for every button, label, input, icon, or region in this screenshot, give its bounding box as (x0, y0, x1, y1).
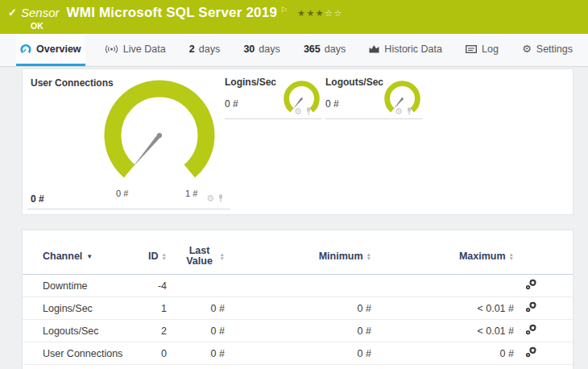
gauge-title: Logins/Sec (225, 77, 276, 88)
sensor-title: WMI Microsoft SQL Server 2019 (67, 5, 278, 21)
sensor-status-text: OK (31, 21, 43, 31)
channel-last-value: 0 # (167, 348, 225, 359)
column-header-maximum-label: Maximum (459, 251, 506, 262)
historic-chart-icon (369, 44, 379, 53)
gauge-current-value: 0 # (325, 98, 339, 110)
tab-365-days-number: 365 (304, 44, 321, 55)
tab-overview-label: Overview (36, 44, 81, 55)
tab-2-days[interactable]: 2 days (185, 34, 224, 66)
priority-stars-filled[interactable]: ★★★ (297, 8, 325, 18)
table-row: Logouts/Sec 2 0 # 0 # < 0.01 # (23, 320, 573, 342)
column-header-id[interactable]: ID ▲▼ (139, 251, 167, 262)
priority-stars-empty[interactable]: ☆☆ (325, 8, 343, 18)
flag-icon[interactable]: ⚐ (280, 6, 288, 15)
channel-settings-icon[interactable] (525, 279, 537, 292)
column-header-minimum-label: Minimum (319, 251, 363, 262)
overview-content: User Connections 0 # 1 # 0 # ⚙ Logins/Se… (22, 68, 574, 369)
channel-settings-icon[interactable] (525, 301, 537, 315)
tab-30-days[interactable]: 30 days (239, 34, 284, 66)
column-header-last-value[interactable]: Last Value ▲▼ (167, 246, 225, 267)
gauge-current-value: 0 # (31, 193, 44, 205)
tab-bar: Overview Live Data 2 days 30 days 365 da… (0, 34, 588, 67)
channel-settings-icon[interactable] (525, 324, 537, 338)
channel-minimum: 0 # (225, 348, 371, 359)
gauges-panel: User Connections 0 # 1 # 0 # ⚙ Logins/Se… (22, 68, 574, 215)
object-kind-label: Sensor (21, 6, 60, 19)
tab-2-days-number: 2 (189, 44, 195, 55)
table-header-row: Channel ▼ ID ▲▼ Last Value ▲▼ Minimum ▲▼… (23, 230, 573, 275)
channel-settings-icon[interactable] (525, 346, 537, 360)
channel-maximum: 0 # (371, 348, 514, 359)
gauge-title: Logouts/Sec (325, 77, 383, 88)
ok-check-icon: ✓ (8, 6, 17, 19)
settings-gear-icon: ⚙ (522, 43, 532, 55)
gauge-scale-max: 1 # (185, 189, 197, 198)
column-header-minimum[interactable]: Minimum ▲▼ (225, 251, 371, 262)
tab-2-days-unit: days (199, 44, 220, 55)
sort-icon: ▲▼ (509, 252, 514, 260)
channel-last-value: 0 # (167, 325, 225, 337)
tab-log[interactable]: Log (462, 34, 503, 66)
gauge-user-connections: User Connections 0 # 1 # 0 # ⚙ (27, 73, 230, 209)
log-list-icon (466, 45, 477, 53)
gauge-logins-sec: Logins/Sec 0 # ⚙ (225, 73, 321, 119)
gauge-scale-min: 0 # (116, 189, 128, 198)
tab-live-data[interactable]: Live Data (101, 34, 170, 66)
live-signal-icon (105, 44, 118, 54)
tab-log-label: Log (482, 44, 499, 55)
channel-name[interactable]: Logins/Sec (43, 303, 139, 314)
tab-30-days-number: 30 (243, 44, 255, 55)
channel-id: -4 (139, 280, 167, 292)
channel-id: 1 (139, 303, 167, 314)
tab-30-days-unit: days (259, 44, 280, 55)
channel-name[interactable]: Logouts/Sec (43, 325, 139, 337)
tab-365-days[interactable]: 365 days (300, 34, 350, 66)
tab-settings[interactable]: ⚙ Settings (518, 34, 577, 66)
channel-maximum: < 0.01 # (371, 325, 514, 337)
channel-id: 2 (139, 325, 167, 337)
tab-overview[interactable]: Overview (16, 34, 85, 66)
sensor-status-bar: ✓ Sensor WMI Microsoft SQL Server 2019 ⚐… (0, 0, 588, 34)
gauge-icon (20, 44, 31, 55)
channel-name[interactable]: Downtime (43, 280, 139, 292)
sort-desc-icon: ▼ (86, 253, 93, 260)
gauge-settings-icon[interactable]: ⚙ (206, 194, 214, 202)
channel-minimum: 0 # (225, 325, 371, 337)
table-row: User Connections 0 0 # 0 # 0 # (23, 342, 573, 365)
tab-historic-data[interactable]: Historic Data (365, 34, 446, 66)
priority-stars[interactable]: ★★★☆☆ (297, 8, 343, 19)
column-header-channel[interactable]: Channel ▼ (43, 251, 139, 262)
pin-icon[interactable] (305, 107, 312, 115)
column-header-maximum[interactable]: Maximum ▲▼ (371, 251, 514, 262)
channel-name[interactable]: User Connections (43, 348, 139, 359)
tab-live-data-label: Live Data (123, 44, 166, 55)
table-row: Logins/Sec 1 0 # 0 # < 0.01 # (23, 297, 573, 320)
channel-id: 0 (139, 348, 167, 359)
gauge-logouts-sec: Logouts/Sec 0 # ⚙ (325, 73, 422, 119)
pin-icon[interactable] (406, 107, 412, 115)
channels-table: Channel ▼ ID ▲▼ Last Value ▲▼ Minimum ▲▼… (22, 230, 574, 369)
gauge-dial (101, 77, 217, 184)
pin-icon[interactable] (217, 194, 224, 202)
column-header-id-label: ID (148, 251, 159, 262)
column-header-channel-label: Channel (43, 251, 82, 262)
channel-maximum: < 0.01 # (371, 303, 514, 314)
gauge-settings-icon[interactable]: ⚙ (294, 107, 302, 115)
channel-minimum: 0 # (225, 303, 371, 314)
gauge-settings-icon[interactable]: ⚙ (395, 107, 403, 115)
tab-365-days-unit: days (325, 44, 346, 55)
channel-last-value: 0 # (167, 303, 225, 314)
table-row: Downtime -4 (23, 275, 573, 297)
tab-historic-data-label: Historic Data (384, 44, 442, 55)
column-header-last-value-label: Last Value (183, 246, 217, 267)
tab-settings-label: Settings (536, 44, 573, 55)
gauge-current-value: 0 # (225, 98, 238, 110)
